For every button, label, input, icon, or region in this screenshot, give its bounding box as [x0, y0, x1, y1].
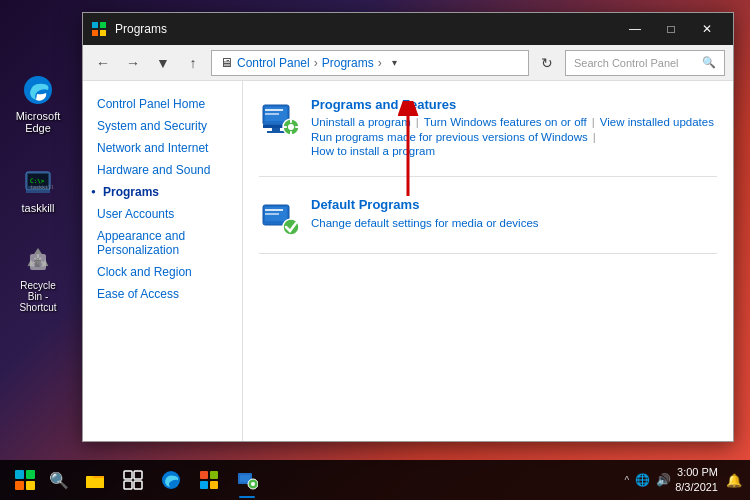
svg-rect-42	[210, 481, 218, 489]
taskbar: 🔍	[0, 460, 750, 500]
taskbar-time-date[interactable]: 3:00 PM 8/3/2021	[675, 465, 718, 496]
desktop-icon-taskkill[interactable]: C:\> taskkill taskkill	[8, 162, 68, 218]
search-icon[interactable]: 🔍	[702, 56, 716, 69]
uninstall-link[interactable]: Uninstall a program	[311, 116, 411, 128]
sidebar-item-user-accounts[interactable]: User Accounts	[83, 203, 242, 225]
svg-rect-34	[124, 471, 132, 479]
close-button[interactable]: ✕	[689, 13, 725, 45]
programs-features-links2: Run programs made for previous versions …	[311, 131, 717, 157]
default-programs-icon	[259, 197, 299, 237]
taskbar-time: 3:00 PM	[675, 465, 718, 480]
taskbar-search-button[interactable]: 🔍	[45, 460, 73, 500]
svg-rect-18	[265, 113, 279, 115]
maximize-button[interactable]: □	[653, 13, 689, 45]
breadcrumb-icon: 🖥	[220, 55, 233, 70]
taskbar-file-explorer-icon[interactable]	[77, 460, 113, 500]
search-placeholder: Search Control Panel	[574, 57, 696, 69]
sidebar-item-clock[interactable]: Clock and Region	[83, 261, 242, 283]
default-programs-desc[interactable]: Change default settings for media or dev…	[311, 217, 539, 229]
window-title: Programs	[115, 22, 617, 36]
path-separator-2: ›	[378, 56, 382, 70]
svg-rect-21	[290, 119, 292, 123]
programs-features-title[interactable]: Programs and Features	[311, 97, 717, 112]
taskbar-taskview-icon[interactable]	[115, 460, 151, 500]
taskbar-date: 8/3/2021	[675, 480, 718, 495]
taskbar-store-icon[interactable]	[191, 460, 227, 500]
window-icon	[91, 21, 107, 37]
svg-text:taskkill: taskkill	[30, 184, 54, 190]
sidebar: Control Panel Home System and Security N…	[83, 81, 243, 441]
minimize-button[interactable]: —	[617, 13, 653, 45]
previous-versions-link[interactable]: Run programs made for previous versions …	[311, 131, 588, 143]
breadcrumb-part-1[interactable]: Control Panel	[237, 56, 310, 70]
windows-logo	[15, 470, 35, 490]
programs-window: Programs — □ ✕ ← → ▼ ↑ 🖥 Control Panel ›…	[82, 12, 734, 442]
programs-features-section: Programs and Features Uninstall a progra…	[259, 97, 717, 177]
taskbar-edge-icon[interactable]	[153, 460, 189, 500]
svg-rect-28	[265, 213, 279, 215]
svg-rect-9	[100, 22, 106, 28]
desktop: Microsoft Edge C:\> taskkill taskkill 🗑 …	[0, 0, 750, 500]
programs-features-links: Uninstall a program | Turn Windows featu…	[311, 116, 717, 128]
svg-rect-5	[26, 190, 50, 193]
svg-rect-37	[134, 481, 142, 489]
svg-text:C:\>: C:\>	[30, 177, 45, 184]
programs-features-content: Programs and Features Uninstall a progra…	[311, 97, 717, 160]
features-link[interactable]: Turn Windows features on or off	[424, 116, 587, 128]
svg-rect-40	[210, 471, 218, 479]
svg-rect-41	[200, 481, 208, 489]
taskbar-search-icon: 🔍	[49, 471, 69, 490]
svg-rect-10	[92, 30, 98, 36]
forward-button[interactable]: →	[121, 51, 145, 75]
breadcrumb-part-2[interactable]: Programs	[322, 56, 374, 70]
svg-rect-24	[295, 126, 299, 128]
back-button[interactable]: ←	[91, 51, 115, 75]
svg-rect-39	[200, 471, 208, 479]
address-path[interactable]: 🖥 Control Panel › Programs › ▾	[211, 50, 529, 76]
sidebar-item-programs[interactable]: Programs	[83, 181, 242, 203]
window-controls: — □ ✕	[617, 13, 725, 45]
main-content: Programs and Features Uninstall a progra…	[243, 81, 733, 441]
up-button[interactable]: ↑	[181, 51, 205, 75]
svg-text:🗑: 🗑	[33, 257, 43, 268]
taskbar-notification-icon[interactable]: 🔔	[726, 473, 742, 488]
svg-rect-15	[272, 128, 280, 131]
sidebar-item-control-panel-home[interactable]: Control Panel Home	[83, 93, 242, 115]
path-separator-1: ›	[314, 56, 318, 70]
svg-rect-35	[134, 471, 142, 479]
how-to-install-link[interactable]: How to install a program	[311, 145, 435, 157]
desktop-icon-edge[interactable]: Microsoft Edge	[8, 70, 68, 138]
svg-point-46	[251, 482, 255, 486]
svg-rect-36	[124, 481, 132, 489]
taskbar-app-icons	[77, 460, 265, 500]
search-box[interactable]: Search Control Panel 🔍	[565, 50, 725, 76]
svg-rect-17	[265, 109, 283, 111]
taskbar-system-icons: ^ 🌐 🔊	[624, 473, 671, 487]
view-updates-link[interactable]: View installed updates	[600, 116, 714, 128]
svg-rect-11	[100, 30, 106, 36]
sidebar-item-network-internet[interactable]: Network and Internet	[83, 137, 242, 159]
svg-rect-22	[290, 131, 292, 135]
start-button[interactable]	[5, 460, 45, 500]
sidebar-item-appearance[interactable]: Appearance and Personalization	[83, 225, 242, 261]
taskbar-volume-icon[interactable]: 🔊	[656, 473, 671, 487]
address-bar: ← → ▼ ↑ 🖥 Control Panel › Programs › ▾ ↻…	[83, 45, 733, 81]
taskbar-network-icon[interactable]: 🌐	[635, 473, 650, 487]
taskbar-chevron-icon[interactable]: ^	[624, 475, 629, 486]
sep2: |	[592, 116, 595, 128]
default-programs-title[interactable]: Default Programs	[311, 197, 717, 212]
programs-features-icon	[259, 97, 299, 137]
svg-rect-8	[92, 22, 98, 28]
svg-rect-23	[283, 126, 287, 128]
refresh-button[interactable]: ↻	[535, 51, 559, 75]
desktop-icon-recycle[interactable]: 🗑 Recycle Bin -Shortcut	[8, 240, 68, 317]
sidebar-item-ease[interactable]: Ease of Access	[83, 283, 242, 305]
default-programs-content: Default Programs Change default settings…	[311, 197, 717, 237]
sep3: |	[593, 131, 596, 143]
svg-point-20	[288, 124, 294, 130]
sidebar-item-system-security[interactable]: System and Security	[83, 115, 242, 137]
recent-button[interactable]: ▼	[151, 51, 175, 75]
path-dropdown-button[interactable]: ▾	[386, 54, 404, 72]
taskbar-control-panel-icon[interactable]	[229, 460, 265, 500]
sidebar-item-hardware-sound[interactable]: Hardware and Sound	[83, 159, 242, 181]
